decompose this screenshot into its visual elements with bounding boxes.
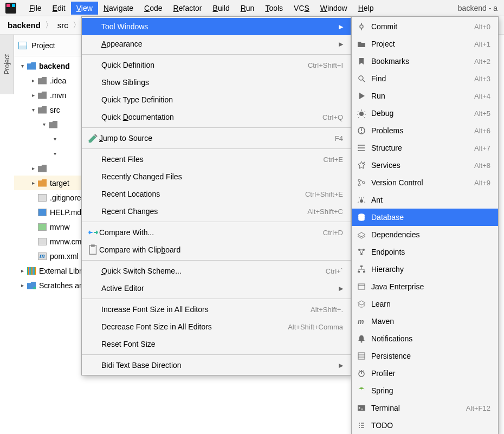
tool-window-ant[interactable]: Ant	[352, 191, 498, 209]
tool-window-label: Notifications	[371, 334, 490, 343]
tool-window-project[interactable]: ProjectAlt+1	[352, 35, 498, 53]
tool-window-commit[interactable]: CommitAlt+0	[352, 18, 498, 35]
menu-item-quick-type-definition[interactable]: Quick Type Definition	[82, 91, 351, 108]
tool-windows-submenu: CommitAlt+0ProjectAlt+1BookmarksAlt+2Fin…	[351, 16, 499, 434]
menu-item-jump-to-source[interactable]: Jump to SourceF4	[82, 129, 351, 147]
folder-icon	[38, 92, 47, 99]
menu-item-active-editor[interactable]: Active Editor▶	[82, 280, 351, 297]
tool-window-learn[interactable]: Learn	[352, 295, 498, 313]
menu-item-tool-windows[interactable]: Tool Windows▶	[82, 18, 351, 35]
tree-arrow-icon[interactable]	[40, 121, 48, 127]
tool-window-database[interactable]: Database	[352, 209, 498, 226]
scratch-icon	[27, 282, 36, 289]
menu-item-recent-locations[interactable]: Recent LocationsCtrl+Shift+E	[82, 185, 351, 203]
side-tab-project[interactable]: Project	[0, 35, 14, 94]
menu-item-recent-files[interactable]: Recent FilesCtrl+E	[82, 151, 351, 168]
tree-arrow-icon[interactable]	[18, 63, 26, 69]
tree-arrow-icon[interactable]	[51, 151, 59, 157]
menu-item-quick-definition[interactable]: Quick DefinitionCtrl+Shift+I	[82, 56, 351, 74]
tool-window-debug[interactable]: DebugAlt+5	[352, 105, 498, 122]
tool-window-bookmarks[interactable]: BookmarksAlt+2	[352, 53, 498, 70]
window-title: backend - a	[458, 4, 501, 12]
menu-item-quick-switch-scheme[interactable]: Quick Switch Scheme...Ctrl+`	[82, 262, 351, 280]
menu-item-label: Jump to Source	[99, 134, 335, 142]
tree-arrow-icon[interactable]	[29, 77, 37, 83]
menu-item-appearance[interactable]: Appearance▶	[82, 35, 351, 53]
menu-item-reset-font-size[interactable]: Reset Font Size	[82, 335, 351, 353]
tool-window-run[interactable]: RunAlt+4	[352, 87, 498, 105]
menu-item-compare-with-clipboard[interactable]: Compare with Clipboard	[82, 241, 351, 258]
shortcut: Ctrl+Shift+E	[305, 190, 343, 198]
tool-window-endpoints[interactable]: Endpoints	[352, 243, 498, 261]
submenu-arrow-icon: ▶	[339, 23, 343, 30]
menu-item-label: Quick Definition	[101, 61, 308, 69]
menu-window[interactable]: Window	[315, 2, 353, 15]
menu-item-increase-font-size-in-all-editors[interactable]: Increase Font Size in All EditorsAlt+Shi…	[82, 301, 351, 318]
menu-code[interactable]: Code	[139, 2, 167, 15]
tree-arrow-icon[interactable]	[51, 136, 59, 142]
tool-window-label: Terminal	[371, 404, 466, 412]
tree-arrow-icon[interactable]	[29, 165, 37, 171]
menu-item-compare-with[interactable]: Compare With...Ctrl+D	[82, 224, 351, 241]
menu-edit[interactable]: Edit	[47, 2, 71, 15]
tool-window-notifications[interactable]: Notifications	[352, 330, 498, 347]
menu-view[interactable]: View	[71, 2, 98, 15]
menu-item-recent-changes[interactable]: Recent ChangesAlt+Shift+C	[82, 203, 351, 220]
tool-window-label: Profiler	[371, 369, 490, 378]
menu-item-decrease-font-size-in-all-editors[interactable]: Decrease Font Size in All EditorsAlt+Shi…	[82, 318, 351, 335]
tool-window-dependencies[interactable]: Dependencies	[352, 226, 498, 243]
menu-refactor[interactable]: Refactor	[168, 2, 208, 15]
tree-arrow-icon[interactable]	[18, 268, 26, 274]
tool-window-java-enterprise[interactable]: Java Enterprise	[352, 278, 498, 295]
menu-item-show-siblings[interactable]: Show Siblings	[82, 74, 351, 91]
app-icon	[5, 3, 16, 14]
tool-window-label: Dependencies	[371, 230, 490, 239]
menu-file[interactable]: File	[24, 2, 47, 15]
shortcut: Ctrl+D	[323, 229, 343, 237]
tree-arrow-icon[interactable]	[29, 92, 37, 98]
tree-arrow-icon[interactable]	[18, 282, 26, 288]
tool-window-profiler[interactable]: Profiler	[352, 365, 498, 382]
menu-item-bidi-text-base-direction[interactable]: Bidi Text Base Direction▶	[82, 357, 351, 374]
folder-icon	[357, 40, 366, 48]
tool-window-maven[interactable]: mMaven	[352, 313, 498, 330]
tool-window-problems[interactable]: ProblemsAlt+6	[352, 122, 498, 139]
menu-item-label: Bidi Text Base Direction	[101, 361, 335, 370]
side-tab-label: Project	[3, 54, 11, 74]
tool-window-spring[interactable]: Spring	[352, 382, 498, 399]
tool-window-terminal[interactable]: TerminalAlt+F12	[352, 399, 498, 417]
tool-window-label: Learn	[371, 300, 490, 308]
profiler-icon	[357, 369, 366, 378]
tool-window-todo[interactable]: TODO	[352, 417, 498, 434]
svg-point-22	[361, 341, 363, 343]
tool-window-hierarchy[interactable]: Hierarchy	[352, 261, 498, 278]
menu-help[interactable]: Help	[353, 2, 379, 15]
database-icon	[357, 213, 366, 222]
menu-tools[interactable]: Tools	[260, 2, 288, 15]
menu-build[interactable]: Build	[208, 2, 235, 15]
tree-arrow-icon[interactable]	[29, 180, 37, 186]
tool-window-structure[interactable]: StructureAlt+7	[352, 139, 498, 157]
menu-item-label: Compare with Clipboard	[99, 245, 343, 254]
panel-title: Project	[31, 41, 55, 50]
tool-window-find[interactable]: FindAlt+3	[352, 70, 498, 87]
menu-vcs[interactable]: VCS	[288, 2, 315, 15]
terminal-icon	[357, 404, 366, 412]
menu-run[interactable]: Run	[235, 2, 260, 15]
shortcut: Alt+Shift+C	[307, 208, 343, 216]
tree-label: .idea	[50, 76, 66, 85]
find-icon	[357, 74, 366, 83]
tool-window-persistence[interactable]: Persistence	[352, 347, 498, 365]
shortcut: Alt+0	[474, 23, 490, 31]
menu-item-quick-documentation[interactable]: Quick DocumentationCtrl+Q	[82, 108, 351, 126]
menu-item-recently-changed-files[interactable]: Recently Changed Files	[82, 168, 351, 185]
file-icon	[38, 209, 47, 216]
menu-navigate[interactable]: Navigate	[98, 2, 139, 15]
tree-arrow-icon[interactable]	[29, 107, 37, 113]
tool-window-services[interactable]: ServicesAlt+8	[352, 157, 498, 174]
tool-window-version-control[interactable]: Version ControlAlt+9	[352, 174, 498, 191]
breadcrumb-seg[interactable]: src	[54, 20, 72, 31]
svg-point-4	[359, 112, 364, 116]
breadcrumb-seg[interactable]: backend	[4, 20, 44, 31]
tool-window-label: Spring	[371, 386, 490, 395]
